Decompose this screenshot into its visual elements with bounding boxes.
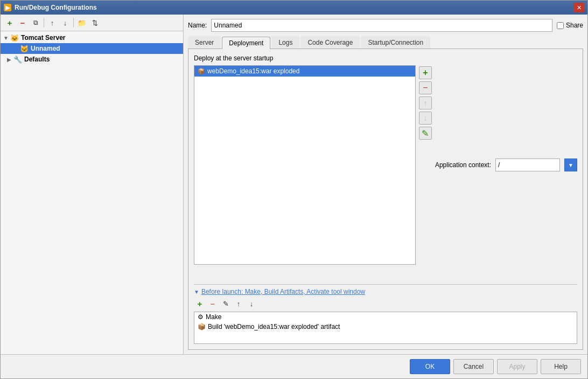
build-icon: 📦 — [198, 323, 206, 330]
config-tree: ▼ 🐱 Tomcat Server 🐱 Unnamed ▶ 🔧 Defaults — [1, 31, 183, 354]
title-bar: ▶ Run/Debug Configurations ✕ — [1, 1, 587, 15]
name-label: Name: — [188, 22, 207, 29]
defaults-label: Defaults — [24, 56, 50, 63]
artifact-icon: 📦 — [198, 67, 205, 75]
window-title: Run/Debug Configurations — [15, 4, 97, 11]
defaults-expand-icon: ▶ — [5, 55, 13, 64]
bottom-bar: OK Cancel Apply Help — [1, 354, 587, 378]
folder-button[interactable]: 📁 — [76, 17, 88, 29]
before-launch-label[interactable]: Before launch: Make, Build Artifacts, Ac… — [201, 288, 365, 295]
tab-logs[interactable]: Logs — [271, 36, 299, 49]
share-label: Share — [566, 22, 583, 29]
share-checkbox-row: Share — [557, 22, 583, 29]
before-edit-button[interactable]: ✎ — [220, 298, 232, 309]
deploy-list-item[interactable]: 📦 webDemo_idea15:war exploded — [194, 66, 415, 77]
before-up-button[interactable]: ↑ — [233, 298, 244, 309]
before-launch-toolbar: + − ✎ ↑ ↓ — [194, 298, 577, 309]
tab-content-deployment: Deploy at the server startup 📦 webDemo_i… — [188, 49, 583, 350]
move-up-button[interactable]: ↑ — [46, 17, 58, 29]
deploy-remove-button[interactable]: − — [419, 81, 432, 94]
before-item-make[interactable]: ⚙ Make — [194, 312, 577, 322]
context-dropdown-button[interactable]: ▼ — [564, 159, 577, 171]
deploy-edit-button[interactable]: ✎ — [419, 127, 432, 140]
make-icon: ⚙ — [198, 313, 204, 321]
deploy-list[interactable]: 📦 webDemo_idea15:war exploded — [194, 65, 416, 265]
tree-item-unnamed[interactable]: 🐱 Unnamed — [1, 43, 183, 54]
tomcat-icon: 🐱 — [10, 33, 19, 42]
name-row: Name: Share — [188, 19, 583, 32]
tab-bar: Server Deployment Logs Code Coverage Sta… — [188, 36, 583, 49]
left-panel: + − ⧉ ↑ ↓ 📁 ⇅ ▼ 🐱 To — [1, 15, 184, 354]
cancel-button[interactable]: Cancel — [453, 359, 494, 374]
tree-item-defaults[interactable]: ▶ 🔧 Defaults — [1, 54, 183, 65]
defaults-icon: 🔧 — [13, 55, 22, 64]
ok-button[interactable]: OK — [410, 359, 450, 374]
toolbar-separator-2 — [73, 18, 74, 27]
add-config-button[interactable]: + — [4, 17, 16, 29]
tomcat-label: Tomcat Server — [21, 34, 65, 42]
move-down-button[interactable]: ↓ — [59, 17, 71, 29]
deploy-section-label: Deploy at the server startup — [194, 54, 577, 62]
share-checkbox[interactable] — [557, 22, 564, 29]
make-label: Make — [206, 313, 221, 321]
toolbar-separator — [44, 18, 44, 27]
context-row: Application context: ▼ — [435, 65, 577, 265]
remove-config-button[interactable]: − — [17, 17, 29, 29]
deploy-up-button[interactable]: ↑ — [419, 97, 432, 109]
before-launch-section: ▼ Before launch: Make, Build Artifacts, … — [194, 284, 577, 344]
tomcat-expand-icon: ▼ — [2, 33, 10, 42]
deploy-add-button[interactable]: + — [419, 66, 432, 79]
context-input[interactable] — [495, 159, 560, 171]
deploy-down-button[interactable]: ↓ — [419, 112, 432, 125]
before-remove-button[interactable]: − — [207, 298, 219, 309]
before-launch-header: ▼ Before launch: Make, Build Artifacts, … — [194, 288, 577, 295]
before-launch-list: ⚙ Make 📦 Build 'webDemo_idea15:war explo… — [194, 312, 577, 344]
tab-startup[interactable]: Startup/Connection — [361, 36, 430, 49]
before-launch-collapse-icon[interactable]: ▼ — [194, 289, 199, 295]
right-panel: Name: Share Server Deployment Logs Code … — [184, 15, 587, 354]
unnamed-icon: 🐱 — [20, 44, 29, 53]
before-add-button[interactable]: + — [194, 298, 206, 309]
deploy-area: 📦 webDemo_idea15:war exploded + − ↑ ↓ ✎ … — [194, 65, 577, 265]
config-toolbar: + − ⧉ ↑ ↓ 📁 ⇅ — [1, 15, 183, 31]
tree-item-tomcat[interactable]: ▼ 🐱 Tomcat Server — [1, 32, 183, 43]
unnamed-label: Unnamed — [31, 45, 60, 52]
window-icon: ▶ — [4, 4, 11, 11]
deploy-side-buttons: + − ↑ ↓ ✎ — [419, 65, 432, 265]
name-input[interactable] — [211, 19, 552, 32]
before-down-button[interactable]: ↓ — [246, 298, 257, 309]
tab-coverage[interactable]: Code Coverage — [300, 36, 360, 49]
sort-button[interactable]: ⇅ — [89, 17, 101, 29]
unnamed-expand-icon — [11, 44, 20, 53]
close-button[interactable]: ✕ — [573, 3, 584, 12]
tab-deployment[interactable]: Deployment — [222, 37, 270, 49]
help-button[interactable]: Help — [541, 359, 581, 374]
context-label: Application context: — [435, 161, 491, 169]
build-label: Build 'webDemo_idea15:war exploded' arti… — [208, 323, 340, 330]
copy-config-button[interactable]: ⧉ — [30, 17, 41, 29]
before-item-build[interactable]: 📦 Build 'webDemo_idea15:war exploded' ar… — [194, 322, 577, 332]
tab-server[interactable]: Server — [188, 36, 221, 49]
apply-button[interactable]: Apply — [497, 359, 537, 374]
artifact-label: webDemo_idea15:war exploded — [207, 67, 299, 75]
